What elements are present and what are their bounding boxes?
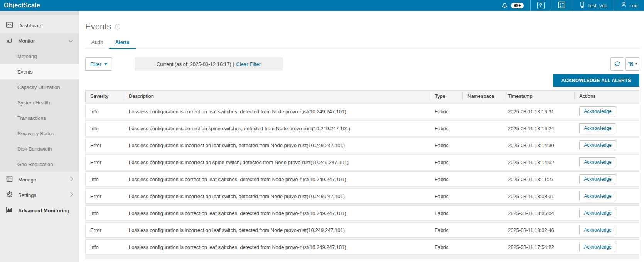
vdc-name-label: test_vdc — [588, 3, 607, 8]
sidebar-item-advanced-monitoring[interactable]: Advanced Monitoring — [0, 203, 79, 218]
help-button[interactable]: ? — [531, 0, 551, 11]
main-panel: Events i Audit Alerts Filter Current (as… — [79, 11, 644, 262]
refresh-button[interactable] — [610, 57, 624, 71]
notification-count-badge: 99+ — [511, 3, 524, 8]
table-row: Error Lossless configuration is incorrec… — [85, 188, 639, 204]
chevron-right-icon — [70, 176, 73, 183]
sidebar-item-events[interactable]: Events — [0, 64, 79, 79]
acknowledge-button[interactable]: Acknowledge — [579, 140, 616, 150]
advanced-monitoring-icon — [6, 206, 13, 215]
table-row: Info Lossless configuration is correct o… — [85, 205, 639, 221]
export-button[interactable] — [625, 57, 639, 71]
filter-status-bar: Current (as of: 2025-03-12 16:17) | Clea… — [135, 57, 283, 71]
sidebar-item-label: Recovery Status — [17, 131, 54, 136]
cell-severity: Info — [86, 109, 124, 114]
task-list-icon — [558, 1, 565, 10]
table-row: Info Lossless configuration is correct o… — [85, 239, 639, 255]
cell-severity: Info — [86, 244, 124, 250]
table-header: Severity Description Type Namespace Time… — [85, 90, 639, 102]
task-list-button[interactable] — [551, 0, 572, 11]
sidebar-item-transactions[interactable]: Transactions — [0, 110, 79, 126]
notifications-button[interactable]: 99+ — [494, 0, 530, 11]
filter-toolbar: Filter Current (as of: 2025-03-12 16:17)… — [85, 57, 639, 71]
acknowledge-button[interactable]: Acknowledge — [579, 191, 616, 201]
user-menu[interactable]: roo — [614, 0, 644, 11]
acknowledge-button[interactable]: Acknowledge — [579, 225, 616, 235]
sidebar: Dashboard Monitor Metering Events — [0, 11, 79, 262]
vdc-selector[interactable]: test_vdc — [572, 0, 614, 11]
topbar-actions: 99+ ? — [494, 0, 644, 11]
clear-filter-link[interactable]: Clear Filter — [236, 61, 261, 67]
sidebar-item-recovery-status[interactable]: Recovery Status — [0, 126, 79, 141]
top-bar: ObjectScale 99+ ? — [0, 0, 644, 11]
cell-severity: Error — [86, 193, 124, 199]
acknowledge-button[interactable]: Acknowledge — [579, 208, 616, 218]
export-icon — [627, 60, 634, 68]
cell-type: Fabric — [430, 143, 463, 148]
sidebar-item-label: Events — [17, 69, 33, 75]
sidebar-item-label: Transactions — [17, 115, 46, 121]
cell-timestamp: 2025-03-11 18:16:31 — [503, 109, 575, 114]
table-row: Error Lossless configuration is incorrec… — [85, 138, 639, 153]
sidebar-item-capacity-utilization[interactable]: Capacity Utilization — [0, 79, 79, 95]
sidebar-item-label: Manage — [18, 177, 36, 183]
tab-audit[interactable]: Audit — [85, 39, 109, 49]
refresh-icon — [614, 60, 621, 68]
sidebar-item-system-health[interactable]: System Health — [0, 95, 79, 110]
cell-severity: Error — [86, 227, 124, 233]
app-title: ObjectScale — [0, 2, 40, 9]
cell-timestamp: 2025-03-11 18:11:27 — [503, 176, 575, 182]
cell-timestamp: 2025-03-11 18:08:01 — [503, 193, 575, 199]
manage-icon — [6, 175, 13, 184]
cell-description: Lossless configuration is incorrect on l… — [124, 227, 430, 233]
table-row: Error Lossless configuration is incorrec… — [85, 222, 639, 238]
table-body: Info Lossless configuration is correct o… — [85, 102, 639, 255]
filter-caret-icon — [104, 63, 107, 65]
sidebar-item-label: Geo Replication — [17, 161, 53, 167]
cell-timestamp: 2025-03-11 18:14:02 — [503, 160, 575, 165]
sidebar-scroll-thumb[interactable] — [0, 11, 79, 15]
cell-timestamp: 2025-03-11 18:16:24 — [503, 126, 575, 131]
acknowledge-button[interactable]: Acknowledge — [579, 106, 616, 116]
cell-severity: Info — [86, 126, 124, 131]
acknowledge-button[interactable]: Acknowledge — [579, 123, 616, 133]
sidebar-item-label: Disk Bandwidth — [17, 146, 52, 152]
sidebar-item-settings[interactable]: Settings — [0, 187, 79, 203]
filter-button[interactable]: Filter — [85, 57, 112, 71]
sidebar-item-geo-replication[interactable]: Geo Replication — [0, 156, 79, 172]
cell-severity: Info — [86, 210, 124, 216]
cell-type: Fabric — [430, 244, 463, 250]
username-label: roo — [630, 3, 637, 8]
acknowledge-button[interactable]: Acknowledge — [579, 174, 616, 184]
sidebar-item-label: Capacity Utilization — [17, 84, 60, 90]
filter-status-text: Current (as of: 2025-03-12 16:17) | — [157, 61, 234, 67]
sidebar-item-label: Metering — [17, 54, 37, 59]
sidebar-item-label: System Health — [17, 100, 50, 106]
cell-timestamp: 2025-03-11 18:14:30 — [503, 143, 575, 148]
monitor-icon — [6, 37, 13, 45]
column-header-severity: Severity — [86, 92, 124, 100]
table-row: Info Lossless configuration is correct o… — [85, 104, 639, 119]
page-title: Events — [85, 22, 111, 32]
sidebar-item-disk-bandwidth[interactable]: Disk Bandwidth — [0, 141, 79, 156]
cell-description: Lossless configuration is correct on lea… — [124, 244, 430, 250]
cell-type: Fabric — [430, 227, 463, 233]
sidebar-item-manage[interactable]: Manage — [0, 172, 79, 187]
acknowledge-button[interactable]: Acknowledge — [579, 157, 616, 167]
sidebar-item-dashboard[interactable]: Dashboard — [0, 18, 79, 33]
cell-type: Fabric — [430, 176, 463, 182]
cell-description: Lossless configuration is incorrect on l… — [124, 193, 430, 199]
dashboard-icon — [6, 21, 13, 30]
user-icon — [620, 1, 627, 10]
sidebar-item-metering[interactable]: Metering — [0, 49, 79, 64]
sidebar-group-monitor: Monitor Metering Events Capacity Utiliza… — [0, 33, 79, 172]
tab-alerts[interactable]: Alerts — [109, 39, 136, 49]
cell-severity: Error — [86, 160, 124, 165]
chevron-right-icon — [70, 192, 73, 198]
info-icon[interactable]: i — [115, 24, 120, 29]
sidebar-item-monitor[interactable]: Monitor — [0, 33, 79, 49]
acknowledge-button[interactable]: Acknowledge — [579, 242, 616, 252]
table-row: Error Lossless configuration is incorrec… — [85, 155, 639, 170]
acknowledge-all-alerts-button[interactable]: ACKNOWLEDGE ALL ALERTS — [553, 74, 639, 87]
vdc-icon — [579, 1, 586, 10]
